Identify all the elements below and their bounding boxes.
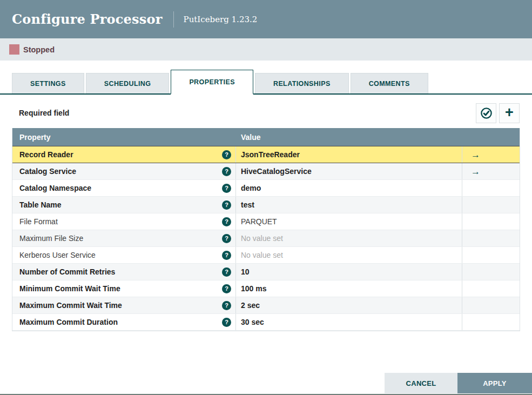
- property-name: Record Reader: [19, 150, 73, 159]
- table-row[interactable]: File Format ? PARQUET →: [12, 213, 520, 230]
- property-value: test: [241, 200, 254, 209]
- help-icon[interactable]: ?: [222, 301, 231, 310]
- configure-processor-dialog: Configure Processor PutIceberg 1.23.2 St…: [0, 0, 532, 395]
- property-value: PARQUET: [241, 217, 277, 226]
- status-label: Stopped: [23, 45, 55, 54]
- help-icon[interactable]: ?: [222, 267, 231, 277]
- cancel-button[interactable]: CANCEL: [385, 373, 457, 393]
- property-value-cell[interactable]: test: [236, 197, 462, 213]
- property-value-cell[interactable]: PARQUET: [236, 213, 462, 230]
- property-value-cell[interactable]: 2 sec: [236, 297, 462, 313]
- tab-settings[interactable]: SETTINGS: [12, 73, 84, 93]
- property-value-cell[interactable]: demo: [236, 180, 462, 196]
- property-value: demo: [241, 184, 261, 192]
- table-row[interactable]: Minimum Commit Wait Time ? 100 ms →: [12, 280, 520, 297]
- property-name: File Format: [19, 217, 58, 226]
- tab-label: SETTINGS: [30, 80, 66, 88]
- table-row[interactable]: Maximum Commit Wait Time ? 2 sec →: [12, 297, 520, 314]
- help-icon[interactable]: ?: [222, 251, 231, 260]
- property-value: No value set: [241, 251, 283, 259]
- table-header-row: Property Value: [12, 128, 520, 146]
- table-row[interactable]: Kerberos User Service ? No value set →: [12, 247, 520, 264]
- help-icon[interactable]: ?: [222, 318, 231, 327]
- tab-scheduling[interactable]: SCHEDULING: [86, 73, 170, 93]
- plus-icon: +: [505, 105, 514, 120]
- tab-bar: SETTINGSSCHEDULINGPROPERTIESRELATIONSHIP…: [0, 70, 532, 95]
- table-row[interactable]: Table Name ? test →: [12, 197, 520, 213]
- table-row[interactable]: Catalog Service ? HiveCatalogService →: [12, 163, 520, 180]
- help-icon[interactable]: ?: [222, 284, 231, 293]
- required-field-label: Required field: [19, 109, 69, 117]
- go-to-service-arrow-icon[interactable]: →: [471, 167, 480, 176]
- help-icon[interactable]: ?: [222, 234, 231, 243]
- property-value: 10: [241, 267, 250, 276]
- column-header-value: Value: [236, 133, 462, 142]
- table-row[interactable]: Catalog Namespace ? demo →: [12, 180, 520, 197]
- column-header-property: Property: [12, 133, 236, 142]
- tab-relationships[interactable]: RELATIONSHIPS: [255, 73, 349, 93]
- tab-properties[interactable]: PROPERTIES: [171, 70, 253, 95]
- property-name: Maximum File Size: [19, 234, 83, 243]
- property-name: Catalog Service: [19, 167, 76, 176]
- status-bar: Stopped: [0, 38, 532, 61]
- property-name: Table Name: [19, 200, 62, 209]
- property-value-cell[interactable]: 100 ms: [236, 280, 462, 297]
- tab-label: RELATIONSHIPS: [273, 80, 331, 88]
- properties-table: Property Value Record Reader ? JsonTreeR…: [12, 128, 520, 331]
- property-name: Maximum Commit Duration: [19, 318, 118, 326]
- property-value: 30 sec: [241, 318, 264, 326]
- property-value: No value set: [241, 234, 283, 243]
- property-value-cell[interactable]: HiveCatalogService: [236, 163, 462, 179]
- property-name: Catalog Namespace: [19, 184, 91, 192]
- property-value: 2 sec: [241, 301, 260, 310]
- table-row[interactable]: Record Reader ? JsonTreeReader →: [12, 146, 520, 163]
- help-icon[interactable]: ?: [222, 184, 231, 193]
- help-icon[interactable]: ?: [222, 217, 231, 226]
- property-value: JsonTreeReader: [241, 150, 300, 159]
- table-row[interactable]: Maximum Commit Duration ? 30 sec →: [12, 314, 520, 331]
- property-value-cell[interactable]: 30 sec: [236, 314, 462, 330]
- property-value-cell[interactable]: No value set: [236, 230, 462, 246]
- dialog-title: Configure Processor: [12, 11, 163, 27]
- property-toolbar-buttons: +: [476, 103, 520, 123]
- table-body: Record Reader ? JsonTreeReader → Catalog…: [12, 146, 520, 331]
- property-name: Maximum Commit Wait Time: [19, 301, 122, 310]
- property-name: Minimum Commit Wait Time: [19, 284, 120, 293]
- table-row[interactable]: Maximum File Size ? No value set →: [12, 230, 520, 247]
- apply-button[interactable]: APPLY: [457, 373, 532, 393]
- tab-comments[interactable]: COMMENTS: [351, 73, 428, 93]
- help-icon[interactable]: ?: [222, 167, 231, 176]
- title-divider: [173, 11, 174, 28]
- property-name: Kerberos User Service: [19, 251, 96, 259]
- add-property-button[interactable]: +: [499, 103, 520, 123]
- tab-label: COMMENTS: [369, 80, 410, 88]
- table-row[interactable]: Number of Commit Retries ? 10 →: [12, 264, 520, 280]
- processor-type-version: PutIceberg 1.23.2: [184, 15, 258, 24]
- property-value-cell[interactable]: No value set: [236, 247, 462, 263]
- go-to-service-arrow-icon[interactable]: →: [471, 150, 480, 159]
- tab-label: SCHEDULING: [104, 80, 151, 88]
- dialog-header: Configure Processor PutIceberg 1.23.2: [0, 0, 532, 38]
- check-circle-icon: [480, 107, 493, 119]
- help-icon[interactable]: ?: [222, 200, 231, 210]
- help-icon[interactable]: ?: [222, 150, 231, 159]
- property-value-cell[interactable]: 10: [236, 264, 462, 280]
- verify-properties-button[interactable]: [476, 103, 496, 123]
- property-name: Number of Commit Retries: [19, 267, 115, 276]
- stopped-status-icon: [9, 44, 19, 55]
- property-value: 100 ms: [241, 284, 266, 293]
- property-value-cell[interactable]: JsonTreeReader: [236, 146, 462, 163]
- property-value: HiveCatalogService: [241, 167, 312, 176]
- tab-label: PROPERTIES: [189, 78, 235, 86]
